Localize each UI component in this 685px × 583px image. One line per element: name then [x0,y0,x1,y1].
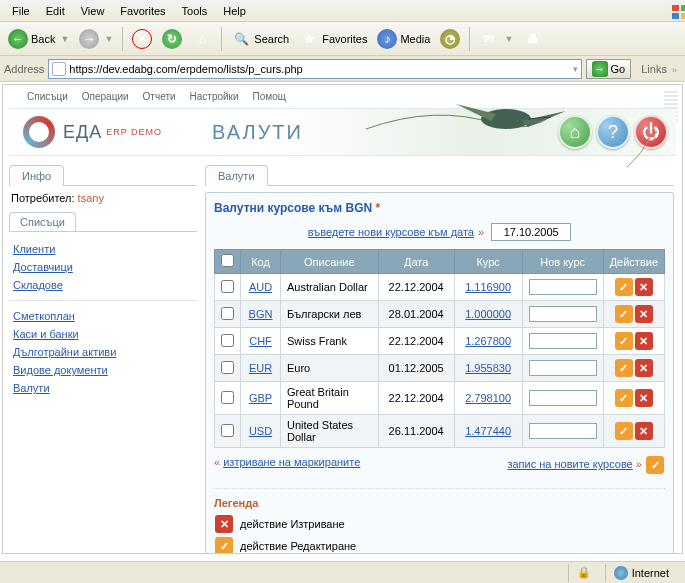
currency-desc: Great Britain Pound [281,382,379,415]
sidebar-link-warehouses[interactable]: Складове [9,276,197,294]
currency-date: 22.12.2004 [378,274,454,301]
history-icon: ◔ [440,29,460,49]
menu-view[interactable]: View [73,3,113,19]
row-checkbox[interactable] [221,280,234,293]
links-menu[interactable]: Links » [637,63,681,75]
new-rate-input[interactable] [529,279,597,295]
sidebar-link-currencies[interactable]: Валути [9,379,197,397]
media-button[interactable]: ♪Media [373,27,434,51]
new-rate-input[interactable] [529,333,597,349]
row-checkbox[interactable] [221,334,234,347]
search-button[interactable]: 🔍Search [227,27,293,51]
currency-code-link[interactable]: GBP [249,392,272,404]
row-checkbox[interactable] [221,307,234,320]
col-newrate: Нов курс [522,250,603,274]
currency-desc: Swiss Frank [281,328,379,355]
menu-file[interactable]: File [4,3,38,19]
currency-code-link[interactable]: BGN [249,308,273,320]
sidebar-link-suppliers[interactable]: Доставчици [9,258,197,276]
new-rate-input[interactable] [529,390,597,406]
currency-rate-link[interactable]: 1.955830 [465,362,511,374]
check-icon[interactable]: ✓ [646,456,664,474]
edit-button[interactable]: ✓ [615,389,633,407]
select-all-checkbox[interactable] [221,254,234,267]
sidebar-link-fixed-assets[interactable]: Дълготрайни активи [9,343,197,361]
col-desc: Описание [281,250,379,274]
sidebar: Инфо Потребител: tsany Списъци Клиенти Д… [3,160,203,554]
mail-button[interactable]: ✉▼ [475,27,517,51]
delete-button[interactable]: ✕ [635,389,653,407]
nav-reports[interactable]: Отчети [143,91,176,102]
address-input[interactable]: https://dev.edabg.com/erpdemo/lists/p_cu… [48,59,581,79]
nav-lists[interactable]: Списъци [27,91,68,102]
edit-button[interactable]: ✓ [615,359,633,377]
sidebar-link-clients[interactable]: Клиенти [9,240,197,258]
currency-desc: United States Dollar [281,415,379,448]
currency-rate-link[interactable]: 1.267800 [465,335,511,347]
sidebar-link-doc-types[interactable]: Видове документи [9,361,197,379]
row-checkbox[interactable] [221,361,234,374]
currency-code-link[interactable]: EUR [249,362,272,374]
delete-button[interactable]: ✕ [635,305,653,323]
browser-toolbar: ←Back▼ →▼ ✕ ↻ ⌂ 🔍Search ★Favorites ♪Medi… [0,22,685,56]
edit-button[interactable]: ✓ [615,422,633,440]
tab-info[interactable]: Инфо [9,165,64,186]
delete-button[interactable]: ✕ [635,422,653,440]
legend-title: Легенда [214,488,665,509]
currency-rate-link[interactable]: 1.116900 [465,281,511,293]
star-icon: ★ [299,29,319,49]
chevron-down-icon[interactable]: ▾ [573,64,578,74]
currency-rate-link[interactable]: 2.798100 [465,392,511,404]
delete-marked-link[interactable]: изтриване на маркираните [223,456,360,468]
nav-help[interactable]: Помощ [253,91,286,102]
row-checkbox[interactable] [221,391,234,404]
tab-lists[interactable]: Списъци [9,212,76,231]
new-rate-input[interactable] [529,423,597,439]
legend-delete: ✕действие Изтриване [214,515,665,533]
menu-favorites[interactable]: Favorites [112,3,173,19]
nav-operations[interactable]: Операции [82,91,129,102]
currency-rate-link[interactable]: 1.477440 [465,425,511,437]
sidebar-link-chart-of-accounts[interactable]: Сметкоплан [9,307,197,325]
nav-settings[interactable]: Настройки [190,91,239,102]
row-checkbox[interactable] [221,424,234,437]
edit-button[interactable]: ✓ [615,278,633,296]
date-input[interactable] [491,223,571,241]
refresh-button[interactable]: ↻ [158,27,186,51]
stop-button[interactable]: ✕ [128,27,156,51]
hummingbird-image [356,99,576,159]
delete-button[interactable]: ✕ [635,359,653,377]
currency-code-link[interactable]: CHF [249,335,272,347]
sidebar-link-cash-and-banks[interactable]: Каси и банки [9,325,197,343]
home-button[interactable]: ⌂ [188,27,216,51]
currency-code-link[interactable]: AUD [249,281,272,293]
app-home-button[interactable]: ⌂ [558,115,592,149]
back-button[interactable]: ←Back▼ [4,27,73,51]
delete-button[interactable]: ✕ [635,278,653,296]
menu-edit[interactable]: Edit [38,3,73,19]
edit-button[interactable]: ✓ [615,305,633,323]
currency-date: 01.12.2005 [378,355,454,382]
print-button[interactable]: 🖶 [519,27,547,51]
delete-button[interactable]: ✕ [635,332,653,350]
history-button[interactable]: ◔ [436,27,464,51]
address-label: Address [4,63,44,75]
eda-logo-icon [23,116,55,148]
legend-edit: ✓действие Редактиране [214,537,665,554]
new-rate-input[interactable] [529,306,597,322]
forward-button[interactable]: →▼ [75,27,117,51]
edit-button[interactable]: ✓ [615,332,633,350]
currency-rate-link[interactable]: 1.000000 [465,308,511,320]
windows-flag-icon [663,2,681,18]
favorites-button[interactable]: ★Favorites [295,27,371,51]
home-icon: ⌂ [192,29,212,49]
currency-code-link[interactable]: USD [249,425,272,437]
save-rates-link[interactable]: запис на новите курсове [507,458,632,470]
new-rate-input[interactable] [529,360,597,376]
table-row: USDUnited States Dollar26.11.20041.47744… [215,415,665,448]
date-prompt-link[interactable]: въведете нови курсове към дата [308,226,474,238]
menu-help[interactable]: Help [215,3,254,19]
tab-currencies[interactable]: Валути [205,165,268,186]
go-button[interactable]: →Go [586,59,632,79]
menu-tools[interactable]: Tools [174,3,216,19]
